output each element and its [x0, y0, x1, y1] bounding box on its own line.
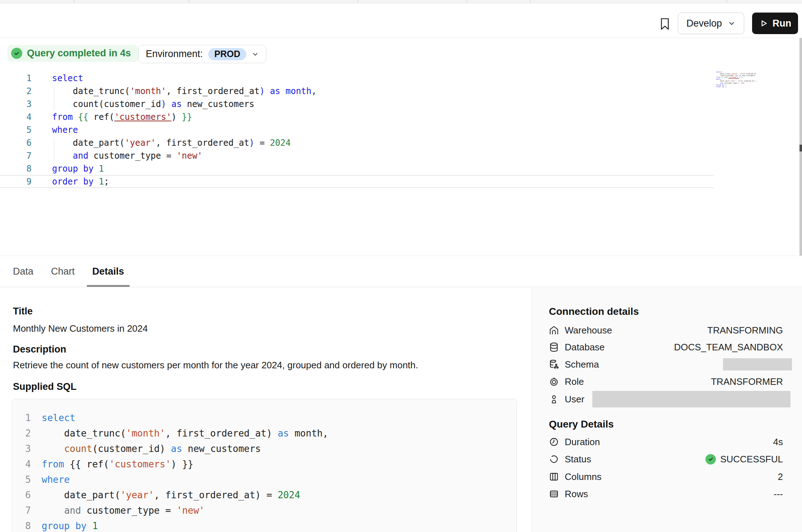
detail-row-duration: Duration4s [532, 433, 802, 451]
environment-selector[interactable]: Environment: PROD [138, 45, 266, 63]
line-number: 8 [12, 518, 31, 532]
warehouse-icon [549, 325, 560, 336]
environment-label: Environment: [146, 48, 203, 60]
chevron-down-icon [252, 51, 259, 58]
line-number: 3 [12, 441, 31, 457]
detail-value: 2 [778, 471, 783, 482]
redacted-value [592, 391, 791, 407]
editor-code[interactable]: 1select2 date_trunc('month', first_order… [0, 72, 317, 188]
code-line: 7 and customer_type = 'new' [0, 149, 317, 162]
window-tab-divider [467, 0, 467, 3]
detail-label: Rows [565, 489, 588, 500]
supplied-sql-code: 1select2 date_trunc('month', first_order… [12, 410, 517, 532]
description-heading: Description [13, 344, 66, 355]
details-panel: Title Monthly New Customers in 2024 Desc… [0, 288, 531, 532]
window-tab-divider [188, 0, 189, 3]
detail-label: Schema [565, 359, 599, 370]
query-details-heading: Query Details [549, 419, 614, 430]
header-toolbar: Develop Run [0, 3, 802, 38]
detail-value: --- [774, 489, 783, 500]
window-tab-divider [358, 0, 358, 3]
results-tab-bar: DataChartDetails [0, 256, 802, 287]
code-line: 1select [0, 72, 317, 85]
code-line: 3 count(customer_id) as new_customers [12, 441, 517, 457]
success-check-icon [11, 48, 22, 59]
detail-value: DOCS_TEAM_SANDBOX [674, 342, 783, 353]
code-line: 5where [0, 123, 317, 136]
detail-row-user: User [532, 391, 802, 408]
tab-chart[interactable]: Chart [46, 256, 80, 287]
detail-value: TRANSFORMER [711, 376, 783, 387]
run-button[interactable]: Run [752, 13, 798, 34]
line-number: 8 [0, 162, 32, 175]
window-tab-divider [530, 0, 531, 3]
supplied-sql-block: 1select2 date_trunc('month', first_order… [12, 399, 517, 532]
tab-details[interactable]: Details [87, 256, 130, 287]
bookmark-button[interactable] [657, 16, 673, 32]
supplied-sql-heading: Supplied SQL [13, 381, 76, 392]
tab-data[interactable]: Data [8, 256, 39, 287]
detail-label: User [565, 394, 584, 405]
environment-value-pill: PROD [208, 48, 246, 60]
description-value: Retrieve the count of new customers per … [13, 360, 418, 371]
query-status-pill: Query completed in 4s [8, 45, 138, 62]
line-number: 3 [0, 98, 32, 111]
line-number: 5 [12, 472, 31, 487]
code-line: 2 date_trunc('month', first_ordered_at) … [0, 85, 317, 98]
develop-label: Develop [686, 18, 722, 29]
chevron-down-icon [728, 19, 736, 27]
detail-value: SUCCESSFUL [720, 454, 783, 465]
title-heading: Title [13, 306, 33, 317]
code-line: 6 date_part('year', first_ordered_at) = … [12, 487, 517, 503]
code-line: 8group by 1 [12, 518, 517, 532]
schema-icon [549, 359, 560, 370]
rows-icon [549, 489, 560, 499]
redacted-value [723, 358, 792, 370]
line-number: 4 [12, 457, 31, 472]
detail-row-rows: Rows--- [532, 485, 802, 503]
detail-value: 4s [773, 437, 783, 448]
query-status-text: Query completed in 4s [27, 48, 131, 59]
code-line: 1select [12, 410, 517, 426]
develop-menu-button[interactable]: Develop [678, 13, 744, 34]
line-number: 7 [12, 503, 31, 518]
window-tab-divider [727, 0, 727, 3]
line-number: 6 [0, 136, 32, 149]
clock-icon [549, 437, 560, 447]
detail-row-status: StatusSUCCESSFUL [532, 451, 802, 468]
line-number: 7 [0, 149, 32, 162]
detail-label: Duration [565, 437, 600, 448]
code-line: 6 date_part('year', first_ordered_at) = … [0, 136, 317, 149]
code-line: 4from {{ ref('customers') }} [12, 457, 517, 472]
detail-row-warehouse: WarehouseTRANSFORMING [532, 322, 802, 339]
line-number: 1 [0, 72, 32, 85]
database-icon [549, 342, 560, 353]
detail-row-database: DatabaseDOCS_TEAM_SANDBOX [532, 339, 802, 356]
code-line: 5where [12, 472, 517, 487]
user-icon [549, 394, 560, 405]
detail-label: Role [565, 376, 584, 387]
editor-minimap[interactable]: select date_trunc('month', first_ordered… [716, 71, 756, 88]
bookmark-icon [659, 18, 670, 31]
detail-row-schema: Schema [532, 356, 802, 373]
columns-icon [549, 471, 560, 482]
line-number: 5 [0, 123, 32, 136]
detail-row-columns: Columns2 [532, 468, 802, 485]
code-line: 3 count(customer_id) as new_customers [0, 98, 317, 111]
line-number: 6 [12, 487, 31, 503]
detail-row-role: RoleTRANSFORMER [532, 373, 802, 390]
code-line: 4from {{ ref('customers') }} [0, 111, 317, 123]
detail-label: Warehouse [565, 325, 612, 336]
connection-details-heading: Connection details [549, 306, 639, 317]
window-tab-strip [0, 0, 802, 3]
line-number: 9 [0, 175, 32, 188]
editor-scrollbar-thumb[interactable] [799, 145, 802, 151]
success-check-icon [705, 454, 716, 465]
code-line: 7 and customer_type = 'new' [12, 503, 517, 518]
line-number: 2 [0, 85, 32, 98]
code-line: 8group by 1 [0, 162, 317, 175]
detail-value: TRANSFORMING [707, 325, 783, 336]
detail-label: Status [565, 454, 591, 465]
run-label: Run [773, 18, 791, 29]
line-number: 1 [12, 410, 31, 426]
